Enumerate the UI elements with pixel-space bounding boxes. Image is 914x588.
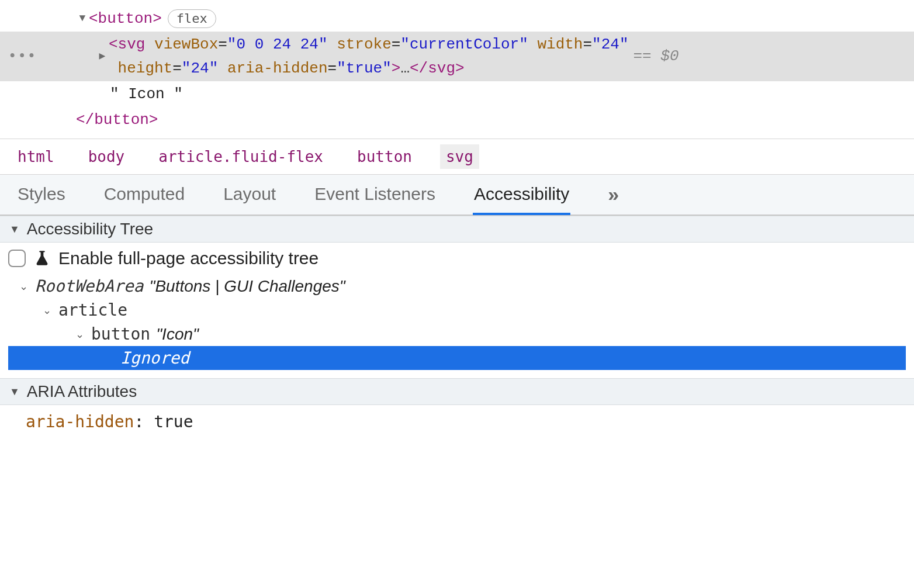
dom-row-text-node[interactable]: " Icon " (0, 81, 914, 107)
breadcrumb-item[interactable]: button (351, 144, 418, 169)
enable-fullpage-checkbox[interactable] (8, 250, 26, 267)
tree-name: "Buttons | GUI Challenges" (149, 277, 345, 296)
a11y-tree-content: Enable full-page accessibility tree ⌄ Ro… (0, 243, 914, 378)
breadcrumb-item[interactable]: article.fluid-flex (153, 144, 329, 169)
disclosure-down-icon[interactable] (76, 11, 89, 27)
tree-row-ignored-selected[interactable]: Ignored (8, 346, 906, 370)
tab-accessibility[interactable]: Accessibility (473, 175, 570, 215)
chevron-down-icon[interactable]: ⌄ (41, 304, 53, 317)
section-title: ARIA Attributes (27, 382, 137, 401)
tree-row-article[interactable]: ⌄ article (8, 298, 906, 322)
tree-role: article (58, 300, 127, 320)
dom-row-svg-selected[interactable]: ••• <svg viewBox="0 0 24 24" stroke="cur… (0, 32, 914, 81)
enable-fullpage-label: Enable full-page accessibility tree (58, 248, 318, 268)
breadcrumb: htmlbodyarticle.fluid-flexbuttonsvg (0, 139, 914, 175)
tree-row-root[interactable]: ⌄ RootWebArea "Buttons | GUI Challenges" (8, 274, 906, 298)
elements-panel: <button> flex ••• <svg viewBox="0 0 24 2… (0, 0, 914, 139)
chevron-down-icon[interactable]: ⌄ (74, 328, 85, 341)
dom-row-button-close[interactable]: </button> (0, 107, 914, 133)
section-title: Accessibility Tree (27, 220, 153, 238)
flask-icon (34, 250, 50, 267)
dollar-zero-indicator: == $0 (633, 44, 678, 68)
more-actions-icon[interactable]: ••• (8, 46, 37, 67)
tab-computed[interactable]: Computed (103, 175, 186, 215)
side-panel-tabs: StylesComputedLayoutEvent ListenersAcces… (0, 175, 914, 216)
aria-attribute-row[interactable]: aria-hidden: true (0, 405, 914, 445)
tabs-overflow-icon[interactable]: » (607, 175, 619, 215)
accessibility-tree: ⌄ RootWebArea "Buttons | GUI Challenges"… (8, 274, 906, 370)
disclosure-down-icon[interactable]: ▼ (9, 223, 20, 236)
aria-attr-key: aria-hidden (26, 412, 134, 431)
tab-layout[interactable]: Layout (222, 175, 277, 215)
tree-name: "Icon" (156, 325, 199, 344)
chevron-down-icon[interactable]: ⌄ (18, 280, 29, 293)
breadcrumb-item[interactable]: body (82, 144, 131, 169)
disclosure-down-icon[interactable]: ▼ (9, 386, 20, 398)
dom-row-button-open[interactable]: <button> flex (0, 6, 914, 32)
section-header-aria-attrs[interactable]: ▼ ARIA Attributes (0, 378, 914, 405)
breadcrumb-item[interactable]: html (12, 144, 60, 169)
tree-row-button[interactable]: ⌄ button "Icon" (8, 322, 906, 346)
breadcrumb-item[interactable]: svg (440, 144, 479, 169)
tree-role: button (91, 324, 150, 344)
flex-badge[interactable]: flex (168, 9, 216, 28)
tree-role: RootWebArea (35, 276, 143, 296)
svg-rect-0 (39, 251, 44, 253)
section-header-a11y-tree[interactable]: ▼ Accessibility Tree (0, 216, 914, 243)
aria-attr-value: true (154, 412, 193, 431)
tab-styles[interactable]: Styles (16, 175, 67, 215)
tree-ignored-label: Ignored (120, 348, 189, 368)
tab-event-listeners[interactable]: Event Listeners (313, 175, 437, 215)
disclosure-right-icon[interactable] (96, 49, 109, 65)
